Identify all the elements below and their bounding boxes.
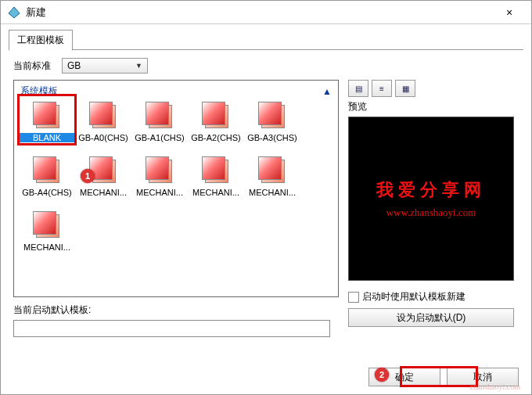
chevron-down-icon: ▼ [135,62,142,70]
use-default-label: 启动时使用默认模板新建 [362,290,466,303]
template-item[interactable]: MECHANI... [188,153,244,208]
tab-drawing-template[interactable]: 工程图模板 [9,30,73,51]
template-item[interactable]: GB-A2(CHS) [188,99,244,153]
close-icon: × [506,6,512,19]
template-icon [33,211,61,239]
template-label: GB-A4(CHS) [20,188,74,197]
template-icon [89,102,117,130]
collapse-icon: ▲ [322,86,332,97]
standard-label: 当前标准 [13,59,51,73]
standard-row: 当前标准 GB ▼ [13,58,519,74]
template-item[interactable]: MECHANI... [131,153,188,208]
use-default-row[interactable]: 启动时使用默认模板新建 [348,290,519,303]
ok-label: 确定 [395,371,414,384]
preview-text-url: www.zhanshaoyi.com [386,206,476,219]
title-bar: 新建 × [1,1,531,24]
close-button[interactable]: × [494,2,525,23]
large-icons-view-button[interactable]: ▤ [348,80,368,97]
default-template-label: 当前启动默认模板: [13,303,339,317]
template-item[interactable]: GB-A0(CHS) [75,99,131,153]
template-label: GB-A1(CHS) [132,133,187,142]
standard-value: GB [67,60,81,71]
template-icon [258,102,286,130]
svg-marker-0 [9,7,20,18]
template-icon [146,156,174,185]
template-label: GB-A3(CHS) [245,133,300,142]
template-label: MECHANI... [132,188,187,197]
preview-label: 预览 [348,100,519,113]
template-item[interactable]: GB-A3(CHS) [244,99,300,153]
template-item[interactable]: GB-A4(CHS) [19,153,75,208]
template-item[interactable]: MECHANI... [19,208,75,263]
template-label: MECHANI... [189,188,243,197]
template-icon [202,156,230,185]
template-label: MECHANI... [20,242,74,252]
template-icon [146,102,174,130]
system-template-header[interactable]: 系统模板 ▲ [19,84,333,99]
preview-pane: 我爱分享网 www.zhanshaoyi.com [348,117,514,281]
list-view-icon: ≡ [379,84,384,93]
window-title: 新建 [26,5,494,20]
template-label: GB-A0(CHS) [76,133,131,142]
details-view-icon: ▦ [402,84,409,93]
template-icon [33,156,61,185]
template-item[interactable]: GB-A1(CHS) [131,99,188,153]
template-icon [258,156,286,185]
large-icons-view-icon: ▤ [355,84,362,93]
standard-select[interactable]: GB ▼ [62,58,148,74]
tab-label: 工程图模板 [17,34,64,45]
set-default-label: 设为启动默认(D) [397,311,466,325]
use-default-checkbox[interactable] [348,292,359,303]
template-icon [33,102,61,130]
template-item[interactable]: BLANK [19,99,75,153]
template-label: MECHANI... [245,188,300,197]
app-icon [7,5,21,20]
watermark: zhanshaoyi.com [469,382,520,391]
default-template-input[interactable] [13,320,330,337]
template-label: GB-A2(CHS) [189,133,243,142]
annotation-badge-2: 2 [375,368,389,382]
template-item[interactable]: MECHANI... [244,153,300,208]
template-list: 系统模板 ▲ BLANKGB-A0(CHS)GB-A1(CHS)GB-A2(CH… [13,80,339,297]
set-default-button[interactable]: 设为启动默认(D) [348,308,514,327]
template-label: BLANK [20,133,74,142]
template-icon [89,156,117,185]
preview-text-cn: 我爱分享网 [376,178,486,202]
annotation-badge-1: 1 [81,169,95,183]
system-template-label: 系统模板 [20,84,58,98]
template-label: MECHANI... [76,188,131,197]
template-icon [202,102,230,130]
tab-row: 工程图模板 [1,24,531,50]
details-view-button[interactable]: ▦ [395,80,415,97]
cancel-label: 取消 [473,371,492,384]
list-view-button[interactable]: ≡ [372,80,392,97]
